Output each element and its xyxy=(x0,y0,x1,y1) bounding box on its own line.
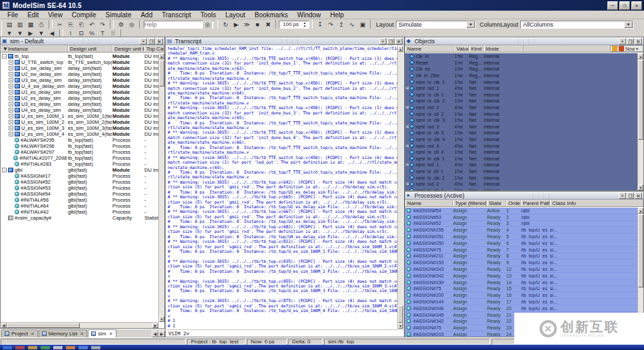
tab-scroll-right-icon[interactable]: ▶ xyxy=(158,331,165,337)
column-header-mode[interactable]: Mode xyxy=(484,45,524,52)
process-row[interactable]: #ASSIGN#54AssignActive1/glbl xyxy=(405,208,637,214)
object-row[interactable]: Reset1'hxReg...Internal xyxy=(405,60,637,67)
object-row[interactable]: ⊞rgmi_rxd_44'hxNetInternal xyxy=(405,142,637,149)
taskbar-icon[interactable] xyxy=(41,346,50,349)
tree-row[interactable]: +U_es_sim_100M_2es_sim_100M_2(fast)Modul… xyxy=(1,119,158,125)
redo-icon[interactable]: ↷ xyxy=(98,21,107,29)
object-row[interactable]: ⊞rgmi_txd_14'hxNetInternal xyxy=(405,162,637,168)
object-row[interactable]: rgmi_rx_clk_11'hxNetInternal xyxy=(405,79,637,85)
tab-project[interactable]: Project✕ xyxy=(1,329,38,337)
process-row[interactable]: #ASSIGN#255AssignReady4/tb_top/U_es_si..… xyxy=(405,227,637,234)
step-icon[interactable]: ↧ xyxy=(315,21,325,29)
taskbar-icon[interactable] xyxy=(28,346,37,349)
tree-expander-icon[interactable]: + xyxy=(9,84,13,88)
find-icon[interactable]: ◎ xyxy=(127,21,136,29)
object-row[interactable]: rgmi_rx_ctl_31'hxNetInternal xyxy=(405,130,637,136)
print-icon[interactable]: ⎙ xyxy=(37,21,46,29)
process-row[interactable]: #ASSIGN#75AssignReady15/tb_top/U_es_si..… xyxy=(405,286,637,293)
column-header-design-unit[interactable]: Design unit xyxy=(68,45,112,52)
tree-row[interactable]: +U_es_sim_100M_4es_sim_100M_4(fast)Modul… xyxy=(1,131,158,137)
tree-row[interactable]: #ASSIGN#52glbl(fast)Process- xyxy=(1,179,158,185)
column-header-parent-path[interactable]: Parent Path xyxy=(521,200,550,206)
tree-expander-icon[interactable]: + xyxy=(9,102,13,106)
tree-expander-icon[interactable]: − xyxy=(2,54,7,59)
column-header-name[interactable]: Name xyxy=(405,45,454,52)
close-button[interactable]: ✕ xyxy=(631,1,642,10)
sim-horizontal-scrollbar[interactable]: ◀ ▶ xyxy=(1,322,158,328)
object-row[interactable]: rgmi_tx_ctl_21'hxNetInternal xyxy=(405,187,637,190)
column-header-instance[interactable]: ▼Instance xyxy=(1,45,68,52)
run-length-spinner[interactable]: ▲▼ xyxy=(302,21,307,28)
close-pane-button[interactable]: ✕ xyxy=(156,38,163,45)
help-search-icon[interactable]: ◎ xyxy=(203,21,212,29)
tree-expander-icon[interactable]: + xyxy=(9,90,13,94)
chevron-down-icon[interactable]: ▼ xyxy=(466,21,475,28)
process-row[interactable]: #ASSIGN#250AssignReady6/tb_top/U_es_si..… xyxy=(405,240,637,247)
run-length-field[interactable]: ▲▼ xyxy=(279,21,309,29)
sim-vertical-scrollbar[interactable]: ▲ ▼ xyxy=(158,53,164,322)
process-row[interactable]: #ASSIGN#342AssignReady13/tb_top/U_es_si.… xyxy=(405,273,637,279)
tree-row[interactable]: +U_4_sw_delay_simdelay_sim(fast)ModuleDU… xyxy=(1,83,158,89)
tree-row[interactable]: #ASSIGN#17glbl(fast)Process- xyxy=(1,173,158,179)
tree-row[interactable]: −tb_toptb_top(fast)ModuleDU Insta xyxy=(1,53,158,59)
pane-grip[interactable]: ⋮⋮⋮⋮ xyxy=(44,39,139,44)
close-pane-button[interactable]: ✕ xyxy=(395,38,402,45)
menu-bookmarks[interactable]: Bookmarks xyxy=(250,11,293,19)
tree-row[interactable]: +U2_es_delay_simdelay_sim(fast)ModuleDU … xyxy=(1,95,158,101)
new-file-icon[interactable]: ▤ xyxy=(5,21,14,29)
step-over-icon[interactable]: ↷ xyxy=(326,21,335,29)
object-row[interactable]: rgmi_rx_clk_31'hxNetInternal xyxy=(405,117,637,124)
tree-row[interactable]: #INITIAL#42glbl(fast)Process- xyxy=(1,209,158,215)
tree-row[interactable]: #INITIAL#64glbl(fast)Process- xyxy=(1,203,158,209)
zoom-full-icon[interactable]: ▣ xyxy=(358,21,367,29)
objects-filter-chip[interactable]: Now ▸ xyxy=(610,45,643,52)
column-header-state[interactable]: State xyxy=(487,200,506,206)
tree-row[interactable]: #ASSIGN#54glbl(fast)Process- xyxy=(1,191,158,197)
process-row[interactable]: #ASSIGN#346AssignReady20/tb_top/U_es_si.… xyxy=(405,305,637,312)
tree-row[interactable]: #ALWAYS#295tb_top(fast)Process- xyxy=(1,137,158,143)
object-row[interactable]: rgmi_rx_ctl_21'hxNetInternal xyxy=(405,110,637,117)
undock-button[interactable]: + xyxy=(619,192,626,199)
tree-row[interactable]: +U3_sw_delay_simdelay_sim(fast)ModuleDU … xyxy=(1,77,158,83)
object-row[interactable]: ⊞rgmi_rxd_14'hxNetInternal xyxy=(405,85,637,92)
tree-expander-icon[interactable]: + xyxy=(9,60,13,65)
compile-icon[interactable]: ⚙ xyxy=(116,21,126,29)
taskbar-icon[interactable] xyxy=(79,346,88,349)
transcript-vertical-scrollbar[interactable]: ▲ ▼ xyxy=(397,46,403,329)
tree-expander-icon[interactable]: + xyxy=(9,78,13,83)
column-header-order[interactable]: Order xyxy=(506,200,521,206)
menu-file[interactable]: File xyxy=(3,11,23,19)
run-icon[interactable]: ▶ xyxy=(232,21,241,29)
column-header-value[interactable]: Value xyxy=(454,45,469,52)
object-row[interactable]: Clk_es1'hxReg...Internal xyxy=(405,66,637,73)
undock-button[interactable]: + xyxy=(619,38,626,45)
process-row[interactable]: #ASSIGN#153AssignReady9/tb_top/U_es_si..… xyxy=(405,260,637,266)
zoom-pane-button[interactable]: ❐ xyxy=(627,192,634,199)
help-search-input[interactable] xyxy=(144,21,202,28)
cut-icon[interactable]: ✂ xyxy=(55,21,65,29)
tab-close-icon[interactable]: ✕ xyxy=(80,331,84,337)
undo-icon[interactable]: ↶ xyxy=(87,21,96,29)
step-out-icon[interactable]: ↥ xyxy=(337,21,346,29)
restart-icon[interactable]: ↻ xyxy=(221,21,230,29)
transcript-log[interactable]: heduler_top/i_time_scheduler_RAM_inst fi… xyxy=(166,46,397,329)
sim-pane-header[interactable]: ▣ sim - Default ⋮⋮⋮⋮ + ❐ ✕ xyxy=(1,37,164,45)
tree-row[interactable]: +U_es_sim_100M_3es_sim_100M_3(fast)Modul… xyxy=(1,125,158,131)
chevron-down-icon[interactable]: ▼ xyxy=(624,21,633,28)
object-row[interactable]: rgmi_rx_clk_21'hxNetInternal xyxy=(405,98,637,104)
tree-row[interactable]: +U_TTE_switch_toptb_TTE_switch_top(fast)… xyxy=(1,59,158,65)
taskbar-icon[interactable] xyxy=(15,346,25,349)
tree-expander-icon[interactable]: + xyxy=(9,120,13,124)
object-row[interactable]: rgmi_rx_ctl_41'hxNetInternal xyxy=(405,149,637,156)
taskbar-icon[interactable] xyxy=(3,346,12,349)
menu-simulate[interactable]: Simulate xyxy=(101,11,136,19)
column-header-type[interactable]: Type (filtered) xyxy=(453,200,487,206)
tree-row[interactable]: #ASSIGN#53glbl(fast)Process- xyxy=(1,185,158,191)
tree-expander-icon[interactable]: − xyxy=(2,168,7,172)
maximize-button[interactable]: ❐ xyxy=(619,1,630,10)
tree-row[interactable]: #ALWAYS#296tb_top(fast)Process- xyxy=(1,143,158,149)
object-row[interactable]: rgmi_rx_clk_41'hxNetInternal xyxy=(405,136,637,143)
save-icon[interactable]: ▦ xyxy=(26,21,35,29)
run-length-input[interactable] xyxy=(279,21,302,27)
tree-row[interactable]: +U1_es_delay_simdelay_sim(fast)ModuleDU … xyxy=(1,89,158,95)
